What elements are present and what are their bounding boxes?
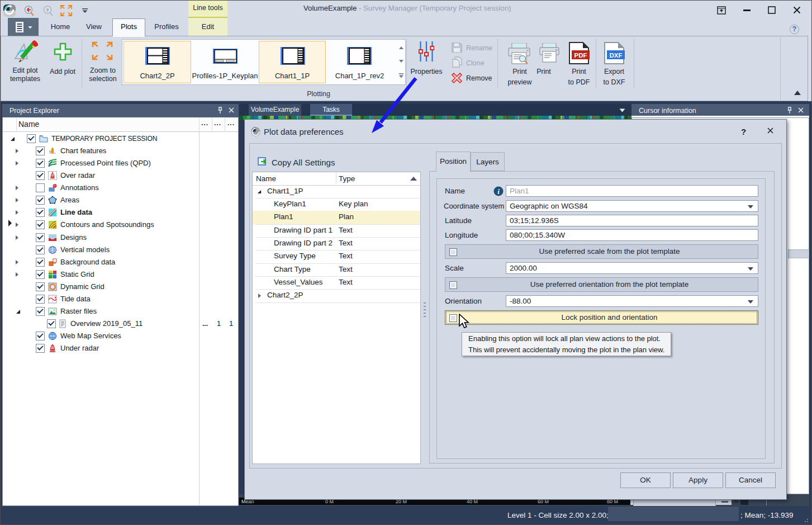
- svg-text:i: i: [497, 187, 500, 196]
- svg-text:DXF: DXF: [610, 52, 623, 59]
- svg-text:PDF: PDF: [574, 52, 587, 59]
- svg-text:N: N: [49, 150, 51, 153]
